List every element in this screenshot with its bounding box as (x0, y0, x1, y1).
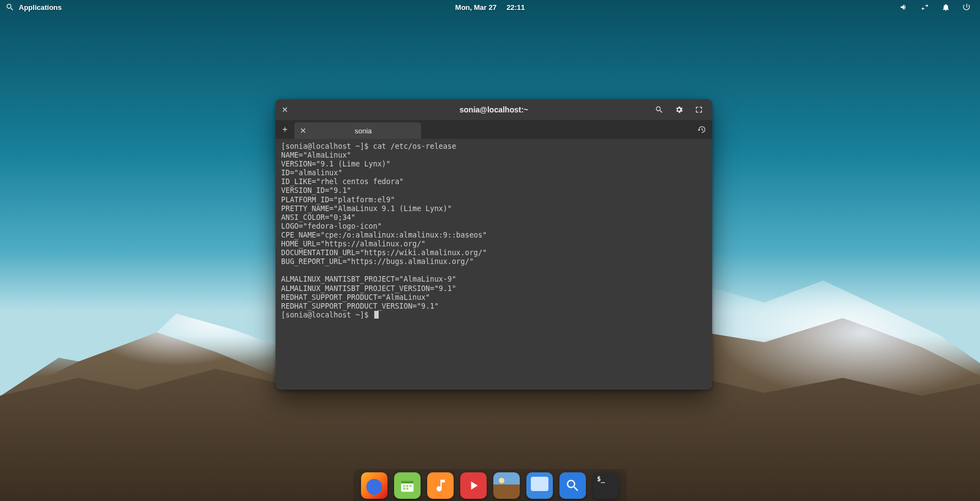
terminal-tabbar: + ✕ sonia (276, 120, 712, 139)
notifications-icon[interactable] (941, 3, 950, 12)
gear-icon (675, 105, 683, 114)
search-icon[interactable] (6, 3, 14, 12)
volume-icon[interactable] (900, 3, 908, 12)
tab-label: sonia (312, 127, 414, 135)
dock (353, 469, 627, 501)
search-icon (655, 105, 664, 114)
svg-rect-4 (410, 485, 412, 487)
dock-app-music[interactable] (427, 472, 454, 499)
svg-rect-3 (406, 485, 408, 487)
power-icon[interactable] (962, 3, 971, 12)
terminal-tab[interactable]: ✕ sonia (294, 122, 421, 139)
dock-app-terminal[interactable] (593, 472, 619, 499)
network-icon[interactable] (920, 3, 929, 12)
terminal-command: cat /etc/os-release (373, 142, 456, 150)
dock-app-calendar[interactable] (394, 472, 421, 499)
tab-close-button[interactable]: ✕ (300, 126, 306, 135)
window-close-button[interactable]: ✕ (276, 105, 294, 114)
terminal-output: NAME="AlmaLinux" VERSION="9.1 (Lime Lynx… (281, 151, 487, 310)
terminal-body[interactable]: [sonia@localhost ~]$ cat /etc/os-release… (276, 139, 712, 390)
terminal-history-button[interactable] (691, 120, 712, 139)
fullscreen-icon (694, 105, 703, 114)
panel-time[interactable]: 22:11 (507, 3, 525, 12)
terminal-settings-button[interactable] (671, 102, 687, 117)
dock-app-videos[interactable] (460, 472, 487, 499)
top-panel: Applications Mon, Mar 27 22:11 (0, 0, 980, 14)
dock-app-photos[interactable] (493, 472, 520, 499)
panel-date[interactable]: Mon, Mar 27 (455, 3, 497, 12)
svg-rect-6 (406, 488, 408, 490)
new-tab-button[interactable]: + (276, 120, 294, 139)
applications-menu[interactable]: Applications (19, 3, 62, 12)
terminal-titlebar[interactable]: ✕ sonia@localhost:~ (276, 99, 712, 120)
dock-app-files[interactable] (526, 472, 553, 499)
terminal-search-button[interactable] (651, 102, 667, 117)
terminal-prompt: [sonia@localhost ~]$ (281, 311, 373, 319)
terminal-cursor (374, 311, 379, 319)
window-title: sonia@localhost:~ (460, 105, 529, 114)
terminal-fullscreen-button[interactable] (691, 102, 707, 117)
terminal-prompt: [sonia@localhost ~]$ (281, 142, 373, 150)
svg-rect-1 (401, 481, 414, 483)
dock-app-search[interactable] (559, 472, 586, 499)
terminal-window[interactable]: ✕ sonia@localhost:~ + ✕ sonia [sonia@loc… (276, 99, 712, 390)
svg-rect-5 (403, 488, 406, 490)
svg-rect-2 (403, 485, 406, 487)
dock-app-firefox[interactable] (361, 472, 387, 499)
